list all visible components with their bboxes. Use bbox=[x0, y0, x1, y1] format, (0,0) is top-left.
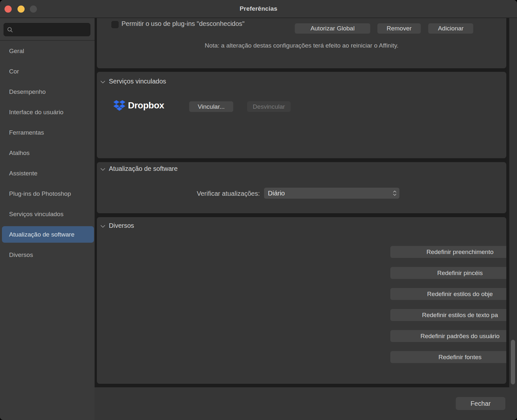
stepper-chevrons-icon bbox=[393, 190, 397, 197]
allow-unknown-plugins-checkbox[interactable] bbox=[111, 21, 119, 28]
misc-section: Diversos Redefinir preenchimento Redefin… bbox=[97, 217, 506, 384]
window-title: Preferências bbox=[0, 0, 517, 17]
sidebar-nav: Geral Cor Desempenho Interface do usuári… bbox=[0, 41, 95, 265]
content-scroll-area: Permitir o uso de plug-ins "desconhecido… bbox=[95, 18, 509, 387]
reset-text-styles-button[interactable]: Redefinir estilos de texto pa bbox=[390, 309, 506, 321]
dropbox-icon bbox=[113, 100, 125, 111]
software-update-section: Atualização de software Verificar atuali… bbox=[97, 162, 506, 213]
sidebar-item-interface-do-usuario[interactable]: Interface do usuário bbox=[0, 102, 95, 122]
chevron-down-icon[interactable] bbox=[100, 168, 105, 171]
titlebar: Preferências bbox=[0, 0, 517, 18]
linked-services-title: Serviços vinculados bbox=[109, 78, 166, 85]
authorize-global-button[interactable]: Autorizar Global bbox=[295, 23, 370, 34]
software-update-title: Atualização de software bbox=[109, 165, 178, 172]
restart-note: Nota: a alteração destas configurações t… bbox=[97, 42, 506, 49]
reset-fonts-button[interactable]: Redefinir fontes bbox=[390, 351, 506, 363]
check-updates-label: Verificar atualizações: bbox=[97, 190, 260, 197]
sidebar-item-desempenho[interactable]: Desempenho bbox=[0, 82, 95, 102]
update-frequency-value: Diário bbox=[268, 190, 393, 197]
search-icon bbox=[7, 27, 13, 33]
sidebar-item-servicos-vinculados[interactable]: Serviços vinculados bbox=[0, 204, 95, 224]
dropbox-logo: Dropbox bbox=[113, 100, 164, 111]
link-dropbox-button[interactable]: Vincular... bbox=[189, 101, 233, 112]
unlink-dropbox-button: Desvincular bbox=[247, 101, 291, 112]
scrollbar-track[interactable] bbox=[509, 18, 517, 387]
sidebar-item-cor[interactable]: Cor bbox=[0, 61, 95, 82]
remove-button[interactable]: Remover bbox=[377, 23, 421, 34]
reset-object-styles-button[interactable]: Redefinir estilos do obje bbox=[390, 288, 506, 300]
reset-brushes-button[interactable]: Redefinir pincéis bbox=[390, 267, 506, 279]
dropbox-row: Dropbox Vincular... Desvincular bbox=[97, 100, 506, 113]
sidebar-item-atalhos[interactable]: Atalhos bbox=[0, 143, 95, 163]
sidebar-item-assistente[interactable]: Assistente bbox=[0, 163, 95, 183]
close-dialog-button[interactable]: Fechar bbox=[456, 397, 505, 410]
add-button[interactable]: Adicionar bbox=[428, 23, 473, 34]
preferences-window: Preferências Geral Cor Desempenho Interf… bbox=[0, 0, 517, 420]
photoshop-plugins-section: Permitir o uso de plug-ins "desconhecido… bbox=[97, 18, 506, 68]
sidebar: Geral Cor Desempenho Interface do usuári… bbox=[0, 18, 95, 420]
footer: Fechar bbox=[95, 387, 517, 420]
reset-user-defaults-button[interactable]: Redefinir padrões do usuário bbox=[390, 330, 506, 342]
search-input[interactable] bbox=[16, 26, 91, 33]
dropbox-wordmark: Dropbox bbox=[128, 100, 164, 111]
reset-fills-button[interactable]: Redefinir preenchimento bbox=[390, 246, 506, 258]
chevron-down-icon[interactable] bbox=[100, 225, 105, 228]
misc-title: Diversos bbox=[109, 222, 134, 229]
allow-unknown-plugins-label: Permitir o uso de plug-ins "desconhecido… bbox=[121, 20, 245, 28]
chevron-down-icon[interactable] bbox=[100, 81, 105, 83]
search-field[interactable] bbox=[4, 23, 90, 36]
scrollbar-thumb[interactable] bbox=[511, 340, 515, 384]
sidebar-item-plugins-do-photoshop[interactable]: Plug-ins do Photoshop bbox=[0, 183, 95, 204]
sidebar-item-ferramentas[interactable]: Ferramentas bbox=[0, 122, 95, 143]
linked-services-section: Serviços vinculados Dropbox bbox=[97, 72, 506, 158]
update-frequency-select[interactable]: Diário bbox=[264, 188, 399, 199]
sidebar-item-diversos[interactable]: Diversos bbox=[0, 245, 95, 265]
sidebar-item-geral[interactable]: Geral bbox=[0, 41, 95, 61]
sidebar-item-atualizacao-de-software[interactable]: Atualização de software bbox=[0, 224, 95, 245]
